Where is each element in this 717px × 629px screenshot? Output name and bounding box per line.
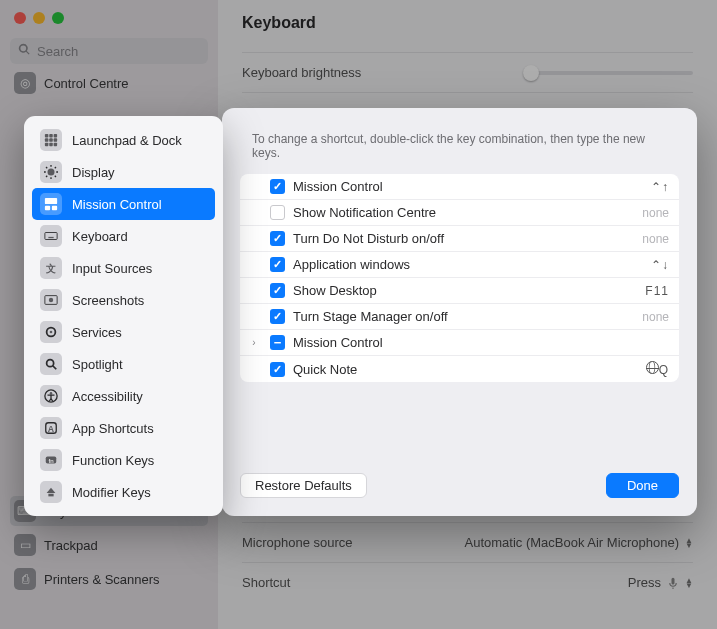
shortcut-keys[interactable]: F11 — [645, 284, 669, 298]
category-input-sources[interactable]: 文Input Sources — [32, 252, 215, 284]
category-launchpad[interactable]: Launchpad & Dock — [32, 124, 215, 156]
checkbox[interactable] — [270, 257, 285, 272]
stepper-icon — [685, 578, 693, 588]
input-sources-icon: 文 — [40, 257, 62, 279]
shortcut-row[interactable]: ›Mission Control — [240, 329, 679, 355]
shortcut-keys[interactable]: none — [642, 206, 669, 220]
mission-control-icon — [40, 193, 62, 215]
checkbox[interactable] — [270, 362, 285, 377]
minimize-window-button[interactable] — [33, 12, 45, 24]
svg-point-20 — [47, 360, 54, 367]
mic-label: Microphone source — [242, 535, 353, 550]
svg-text:A: A — [48, 424, 55, 434]
category-display[interactable]: Display — [32, 156, 215, 188]
mic-popup[interactable]: Automatic (MacBook Air Microphone) — [464, 535, 693, 550]
category-label: Mission Control — [72, 197, 162, 212]
category-label: Launchpad & Dock — [72, 133, 182, 148]
svg-rect-11 — [45, 206, 50, 210]
shortcut-row[interactable]: Turn Do Not Disturb on/offnone — [240, 225, 679, 251]
shortcut-keys[interactable]: Q — [646, 361, 669, 377]
svg-text:文: 文 — [45, 263, 56, 274]
sidebar-item-printers[interactable]: ⎙ Printers & Scanners — [10, 564, 208, 594]
screenshots-icon — [40, 289, 62, 311]
sidebar-item-trackpad[interactable]: ▭ Trackpad — [10, 530, 208, 560]
shortcut-value[interactable]: Press — [628, 575, 693, 590]
shortcut-row[interactable]: Quick NoteQ — [240, 355, 679, 382]
svg-rect-27 — [48, 494, 53, 497]
svg-rect-3 — [45, 138, 49, 142]
display-icon — [40, 161, 62, 183]
restore-defaults-button[interactable]: Restore Defaults — [240, 473, 367, 498]
search-placeholder: Search — [37, 44, 78, 59]
category-keyboard[interactable]: Keyboard — [32, 220, 215, 252]
category-label: Function Keys — [72, 453, 154, 468]
shortcut-row[interactable]: Turn Stage Manager on/offnone — [240, 303, 679, 329]
checkbox[interactable] — [270, 309, 285, 324]
category-accessibility[interactable]: Accessibility — [32, 380, 215, 412]
svg-text:fn: fn — [48, 457, 53, 464]
shortcut-name: Turn Do Not Disturb on/off — [293, 231, 642, 246]
shortcut-row[interactable]: Show Notification Centrenone — [240, 199, 679, 225]
checkbox[interactable] — [270, 335, 285, 350]
svg-rect-5 — [54, 138, 58, 142]
shortcut-keys[interactable]: ⌃↑ — [651, 180, 669, 194]
category-label: Services — [72, 325, 122, 340]
svg-rect-13 — [45, 233, 57, 240]
done-button[interactable]: Done — [606, 473, 679, 498]
category-label: Screenshots — [72, 293, 144, 308]
checkbox[interactable] — [270, 283, 285, 298]
sheet-hint: To change a shortcut, double-click the k… — [240, 126, 679, 174]
search-icon — [18, 43, 31, 59]
category-mission-control[interactable]: Mission Control — [32, 188, 215, 220]
svg-rect-4 — [49, 138, 53, 142]
shortcut-name: Quick Note — [293, 362, 646, 377]
svg-rect-10 — [45, 198, 57, 204]
shortcut-keys[interactable]: ⌃↓ — [651, 258, 669, 272]
shortcut-name: Show Desktop — [293, 283, 645, 298]
sidebar-item-label: Trackpad — [44, 538, 98, 553]
checkbox[interactable] — [270, 231, 285, 246]
svg-rect-6 — [45, 143, 49, 147]
zoom-window-button[interactable] — [52, 12, 64, 24]
svg-point-17 — [49, 298, 53, 302]
checkbox[interactable] — [270, 179, 285, 194]
category-function-keys[interactable]: fnFunction Keys — [32, 444, 215, 476]
svg-point-9 — [48, 169, 55, 176]
shortcut-row[interactable]: Mission Control⌃↑ — [240, 174, 679, 199]
search-input[interactable]: Search — [10, 38, 208, 64]
shortcut-list: Mission Control⌃↑Show Notification Centr… — [240, 174, 679, 382]
category-label: Input Sources — [72, 261, 152, 276]
accessibility-icon — [40, 385, 62, 407]
row-shortcut: Shortcut Press — [242, 562, 693, 602]
shortcut-row[interactable]: Application windows⌃↓ — [240, 251, 679, 277]
svg-rect-14 — [48, 237, 53, 238]
printers-icon: ⎙ — [14, 568, 36, 590]
brightness-slider[interactable] — [523, 71, 693, 75]
trackpad-icon: ▭ — [14, 534, 36, 556]
svg-point-22 — [50, 392, 53, 395]
brightness-label: Keyboard brightness — [242, 65, 361, 80]
category-screenshots[interactable]: Screenshots — [32, 284, 215, 316]
function-keys-icon: fn — [40, 449, 62, 471]
sidebar-item-control-centre[interactable]: ◎ Control Centre — [10, 68, 208, 98]
category-label: Modifier Keys — [72, 485, 151, 500]
shortcut-text: Press — [628, 575, 661, 590]
category-services[interactable]: Services — [32, 316, 215, 348]
disclosure-icon: › — [246, 337, 262, 348]
checkbox[interactable] — [270, 205, 285, 220]
shortcut-keys[interactable]: none — [642, 310, 669, 324]
shortcut-keys[interactable]: none — [642, 232, 669, 246]
category-modifier-keys[interactable]: Modifier Keys — [32, 476, 215, 508]
row-keyboard-brightness: Keyboard brightness — [242, 52, 693, 92]
svg-rect-1 — [49, 134, 53, 138]
category-spotlight[interactable]: Spotlight — [32, 348, 215, 380]
shortcut-label: Shortcut — [242, 575, 290, 590]
svg-rect-7 — [49, 143, 53, 147]
category-label: Spotlight — [72, 357, 123, 372]
svg-rect-12 — [52, 206, 57, 210]
shortcut-row[interactable]: Show DesktopF11 — [240, 277, 679, 303]
category-app-shortcuts[interactable]: AApp Shortcuts — [32, 412, 215, 444]
spotlight-icon — [40, 353, 62, 375]
close-window-button[interactable] — [14, 12, 26, 24]
keyboard-icon — [40, 225, 62, 247]
